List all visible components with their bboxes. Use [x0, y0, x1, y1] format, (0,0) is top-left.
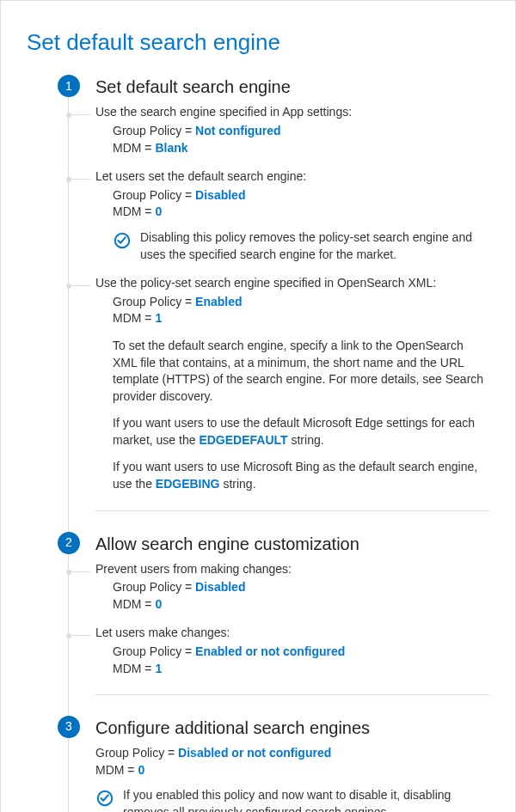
paragraph: To set the default search engine, specif…	[113, 338, 489, 405]
mdm-key: MDM =	[113, 205, 155, 218]
mdm-value: Blank	[155, 141, 187, 155]
note-block: If you enabled this policy and now want …	[95, 787, 489, 812]
kv-line: Group Policy = Not configured	[113, 123, 489, 140]
step-badge: 1	[58, 75, 80, 97]
para-post: string.	[220, 477, 256, 491]
gp-value: Disabled	[195, 188, 245, 202]
para-strong: EDGEBING	[156, 477, 220, 491]
para-post: string.	[288, 433, 324, 447]
gp-key: Group Policy =	[113, 188, 195, 202]
mdm-value: 1	[155, 662, 162, 675]
kv-block: Group Policy = Disabled or not configure…	[95, 745, 489, 778]
mdm-key: MDM =	[95, 763, 138, 777]
mdm-key: MDM =	[113, 311, 155, 325]
mdm-value: 1	[155, 311, 162, 325]
step-3: 3 Configure additional search engines Gr…	[44, 716, 489, 812]
option-block: Prevent users from making changes: Group…	[95, 561, 489, 614]
paragraph: If you want users to use Microsoft Bing …	[113, 459, 489, 492]
gp-key: Group Policy =	[113, 580, 195, 594]
section-divider	[95, 694, 489, 695]
kv-line: Group Policy = Disabled	[113, 187, 489, 205]
option-block: Group Policy = Disabled or not configure…	[95, 745, 489, 812]
gp-value: Disabled or not configured	[178, 746, 331, 760]
gp-value: Enabled or not configured	[195, 644, 345, 658]
option-block: Let users make changes: Group Policy = E…	[95, 625, 489, 677]
checkmark-circle-icon	[95, 789, 114, 808]
step-badge: 2	[58, 532, 80, 554]
checkmark-circle-icon	[113, 231, 132, 250]
gp-value: Disabled	[195, 580, 245, 594]
step-1: 1 Set default search engine Use the sear…	[44, 75, 489, 510]
kv-line: Group Policy = Disabled or not configure…	[95, 745, 489, 762]
kv-line: Group Policy = Disabled	[113, 579, 489, 596]
kv-block: Group Policy = Disabled MDM = 0	[113, 579, 489, 613]
option-block: Let users set the default search engine:…	[95, 168, 489, 263]
kv-block: Group Policy = Not configured MDM = Blan…	[113, 123, 489, 156]
option-label: Prevent users from making changes:	[95, 561, 489, 578]
option-label: Use the policy-set search engine specifi…	[95, 275, 489, 292]
mdm-key: MDM =	[113, 597, 155, 611]
kv-line: MDM = 1	[113, 310, 489, 327]
kv-block: Group Policy = Enabled or not configured…	[113, 644, 489, 677]
note-text: If you enabled this policy and now want …	[123, 787, 489, 812]
gp-value: Not configured	[195, 124, 281, 137]
mdm-key: MDM =	[113, 662, 155, 675]
option-label: Let users make changes:	[95, 625, 489, 642]
kv-line: MDM = 0	[95, 762, 489, 779]
mdm-value: 0	[138, 763, 144, 777]
para-strong: EDGEDEFAULT	[199, 433, 287, 447]
kv-line: Group Policy = Enabled or not configured	[113, 644, 489, 661]
option-label: Use the search engine specified in App s…	[95, 104, 489, 121]
step-badge: 3	[58, 716, 80, 738]
gp-key: Group Policy =	[113, 644, 195, 658]
step-title: Set default search engine	[95, 75, 489, 99]
paragraph: If you want users to use the default Mic…	[113, 415, 489, 449]
kv-line: MDM = 0	[113, 204, 489, 221]
note-text: Disabling this policy removes the policy…	[140, 229, 489, 263]
gp-key: Group Policy =	[113, 295, 195, 308]
mdm-value: 0	[155, 597, 162, 611]
gp-key: Group Policy =	[95, 746, 178, 760]
steps-container: 1 Set default search engine Use the sear…	[44, 75, 489, 812]
gp-value: Enabled	[195, 295, 242, 308]
kv-line: Group Policy = Enabled	[113, 294, 489, 311]
kv-block: Group Policy = Disabled MDM = 0	[113, 187, 489, 221]
option-block: Use the search engine specified in App s…	[95, 104, 489, 156]
step-2: 2 Allow search engine customization Prev…	[44, 532, 489, 696]
kv-line: MDM = 0	[113, 596, 489, 614]
option-label: Let users set the default search engine:	[95, 168, 489, 186]
step-title: Allow search engine customization	[95, 532, 489, 556]
page-title: Set default search engine	[27, 27, 489, 58]
mdm-value: 0	[155, 205, 162, 218]
kv-block: Group Policy = Enabled MDM = 1	[113, 294, 489, 327]
option-block: Use the policy-set search engine specifi…	[95, 275, 489, 493]
section-divider	[95, 510, 489, 511]
mdm-key: MDM =	[113, 141, 155, 155]
kv-line: MDM = Blank	[113, 140, 489, 157]
step-title: Configure additional search engines	[95, 716, 489, 740]
kv-line: MDM = 1	[113, 661, 489, 678]
gp-key: Group Policy =	[113, 124, 195, 137]
note-block: Disabling this policy removes the policy…	[113, 229, 489, 263]
